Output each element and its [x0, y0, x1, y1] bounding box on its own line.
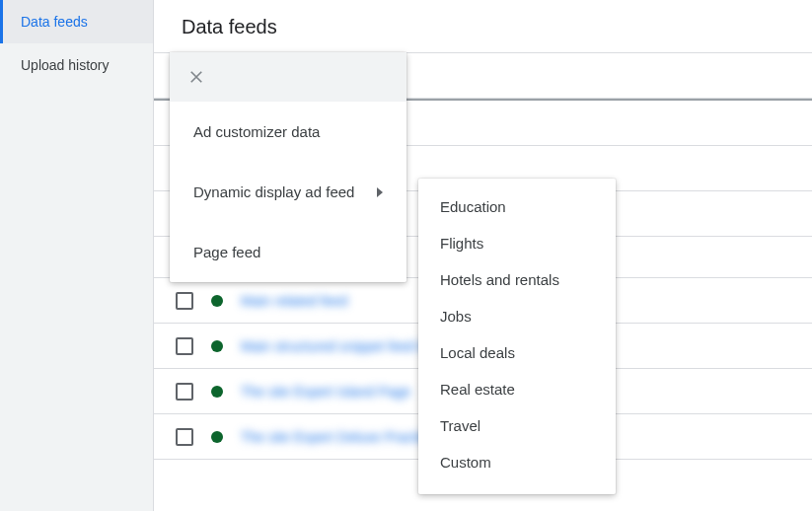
menu-item-label: Dynamic display ad feed [193, 183, 354, 200]
sidebar-item-upload-history[interactable]: Upload history [0, 43, 153, 87]
status-dot [211, 295, 223, 307]
status-dot [211, 340, 223, 352]
menu-item-label: Ad customizer data [193, 123, 320, 140]
main-content: Data feeds Main related feed Main struct… [154, 0, 812, 511]
status-dot [211, 386, 223, 398]
sidebar-item-data-feeds[interactable]: Data feeds [0, 0, 153, 43]
feed-name-link[interactable]: Main related feed [241, 293, 347, 309]
submenu-item-real-estate[interactable]: Real estate [418, 371, 616, 407]
submenu-item-local-deals[interactable]: Local deals [418, 334, 616, 371]
menu-header [170, 52, 406, 102]
submenu-item-flights[interactable]: Flights [418, 225, 616, 261]
sidebar: Data feeds Upload history [0, 0, 154, 511]
feed-type-menu: Ad customizer data Dynamic display ad fe… [170, 52, 406, 282]
submenu-item-hotels[interactable]: Hotels and rentals [418, 261, 616, 298]
menu-item-label: Page feed [193, 244, 260, 260]
checkbox[interactable] [176, 292, 193, 310]
menu-item-page-feed[interactable]: Page feed [170, 222, 406, 282]
table-zone: Main related feed Main structured snippe… [154, 52, 812, 460]
close-icon[interactable] [187, 68, 205, 86]
submenu-item-jobs[interactable]: Jobs [418, 298, 616, 334]
feed-name-link[interactable]: The site Expert Deluxe Practice [241, 429, 434, 445]
dynamic-display-submenu: Education Flights Hotels and rentals Job… [418, 179, 616, 494]
page-title: Data feeds [154, 0, 812, 52]
menu-item-dynamic-display[interactable]: Dynamic display ad feed [170, 162, 406, 222]
checkbox[interactable] [176, 337, 193, 355]
submenu-item-custom[interactable]: Custom [418, 444, 616, 480]
chevron-right-icon [377, 187, 383, 197]
status-dot [211, 431, 223, 443]
checkbox[interactable] [176, 383, 193, 401]
feed-name-link[interactable]: The site Expert Island Page [241, 384, 410, 400]
submenu-item-travel[interactable]: Travel [418, 407, 616, 444]
feed-name-link[interactable]: Main structured snippet feed text [241, 338, 441, 354]
menu-item-ad-customizer[interactable]: Ad customizer data [170, 102, 406, 162]
submenu-item-education[interactable]: Education [418, 188, 616, 225]
checkbox[interactable] [176, 428, 193, 446]
